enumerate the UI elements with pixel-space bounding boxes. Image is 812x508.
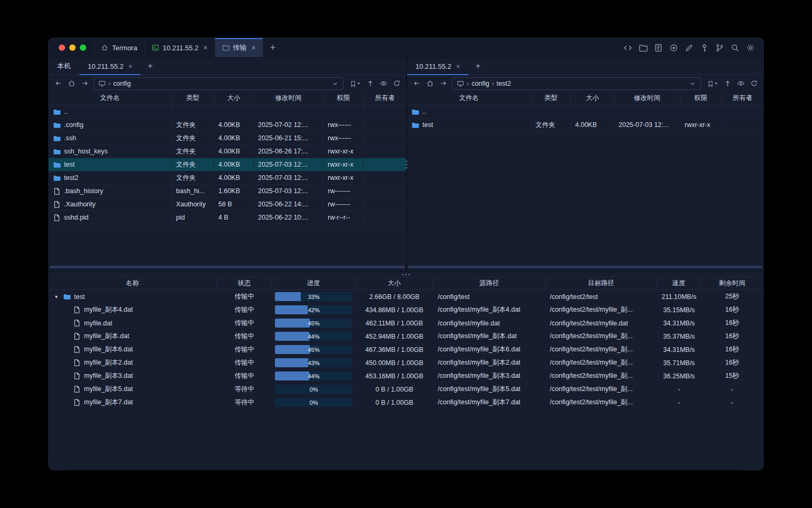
zoom-window-button[interactable] xyxy=(80,44,86,51)
right-breadcrumb[interactable]: › config › test2 xyxy=(452,77,701,90)
tab-remote-host[interactable]: 10.211.55.2 × xyxy=(407,58,468,75)
minimize-window-button[interactable] xyxy=(69,44,76,51)
left-table-header: 文件名 类型 大小 修改时间 权限 所有者 xyxy=(49,92,406,105)
transfer-progress-cell: 0% xyxy=(272,396,355,409)
breadcrumb-segment-test2[interactable]: test2 xyxy=(496,80,511,87)
code-snippets-icon[interactable] xyxy=(623,43,632,52)
show-hidden-files-button[interactable] xyxy=(734,77,747,90)
back-button[interactable] xyxy=(52,77,64,90)
parent-directory-button[interactable] xyxy=(364,77,376,90)
column-header-mtime[interactable]: 修改时间 xyxy=(614,92,680,105)
column-header-filename[interactable]: 文件名 xyxy=(49,92,172,105)
column-header-owner[interactable]: 所有者 xyxy=(722,92,763,105)
vertical-splitter[interactable] xyxy=(406,58,407,271)
tab-local-machine[interactable]: 本机 xyxy=(49,58,79,75)
file-row[interactable]: .config文件夹4.00KB2025-07-02 12:...rwx----… xyxy=(49,119,406,132)
left-breadcrumb[interactable]: › config xyxy=(94,77,344,90)
horizontal-splitter[interactable] xyxy=(49,271,763,277)
column-header-eta[interactable]: 剩余时间 xyxy=(701,277,763,289)
bookmark-button[interactable]: ▾ xyxy=(704,77,721,90)
show-hidden-files-button[interactable] xyxy=(377,77,390,90)
column-header-speed[interactable]: 速度 xyxy=(657,277,701,289)
column-header-status[interactable]: 状态 xyxy=(217,277,272,289)
home-button[interactable] xyxy=(65,77,78,90)
column-header-type[interactable]: 类型 xyxy=(172,92,214,105)
branch-icon[interactable] xyxy=(715,43,724,52)
close-tab-icon[interactable]: × xyxy=(203,44,207,51)
column-header-name[interactable]: 名称 xyxy=(49,277,217,289)
new-panel-tab-button[interactable]: + xyxy=(468,58,487,75)
macro-record-icon[interactable] xyxy=(669,43,678,52)
file-row[interactable]: .XauthorityXauthority58 B2025-06-22 14:.… xyxy=(49,198,406,211)
computer-icon xyxy=(98,80,106,87)
transfer-size-cell: 450.00MB / 1.00GB xyxy=(355,356,433,369)
key-manager-icon[interactable] xyxy=(700,43,709,52)
search-icon[interactable] xyxy=(731,43,740,52)
transfer-row[interactable]: myfile_副本.dat传输中44%452.94MB / 1.00GB/con… xyxy=(49,330,763,343)
file-row[interactable]: .ssh文件夹4.00KB2025-06-21 15:...rwx------ xyxy=(49,132,406,145)
tab-ssh-session[interactable]: 10.211.55.2 × xyxy=(145,38,215,57)
transfer-row[interactable]: myfile_副本5.dat等待中0%0 B / 1.00GB/config/t… xyxy=(49,383,763,396)
close-tab-icon[interactable]: × xyxy=(128,63,133,70)
file-row[interactable]: .. xyxy=(407,105,763,119)
tab-transfer[interactable]: 传输 × xyxy=(215,38,263,57)
transfer-row[interactable]: myfile_副本3.dat传输中44%453.16MB / 1.00GB/co… xyxy=(49,369,763,383)
parent-directory-button[interactable] xyxy=(721,77,734,90)
transfer-row[interactable]: ▾test传输中33%2.66GB / 8.00GB/config/test/c… xyxy=(49,290,763,303)
column-header-source-path[interactable]: 源路径 xyxy=(433,277,546,289)
column-header-size[interactable]: 大小 xyxy=(355,277,433,289)
column-header-owner[interactable]: 所有者 xyxy=(364,92,406,105)
column-header-progress[interactable]: 进度 xyxy=(272,277,355,289)
horizontal-scrollbar[interactable] xyxy=(50,266,405,268)
transfer-row[interactable]: myfile_副本7.dat等待中0%0 B / 1.00GB/config/t… xyxy=(49,396,763,409)
log-icon[interactable] xyxy=(654,43,663,52)
close-window-button[interactable] xyxy=(59,44,65,51)
column-header-perm[interactable]: 权限 xyxy=(680,92,722,105)
file-row[interactable]: sshd.pidpid4 B2025-06-22 10:...rw-r--r-- xyxy=(49,211,406,224)
transfer-row[interactable]: myfile_副本4.dat传输中42%434.86MB / 1.00GB/co… xyxy=(49,303,763,316)
file-row[interactable]: test2文件夹4.00KB2025-07-03 12:...rwxr-xr-x xyxy=(49,171,406,185)
transfer-row[interactable]: myfile.dat传输中45%462.11MB / 1.00GB/config… xyxy=(49,316,763,330)
file-name-cell: .config xyxy=(49,119,172,131)
breadcrumb-segment-config[interactable]: config xyxy=(113,80,131,87)
column-header-target-path[interactable]: 目标路径 xyxy=(546,277,657,289)
transfer-row[interactable]: myfile_副本6.dat传输中45%467.36MB / 1.00GB/co… xyxy=(49,343,763,356)
close-tab-icon[interactable]: × xyxy=(456,63,460,70)
horizontal-scrollbar[interactable] xyxy=(408,266,762,268)
chevron-down-icon[interactable] xyxy=(689,80,696,87)
chevron-down-icon[interactable] xyxy=(331,80,339,87)
transfer-speed-cell: - xyxy=(657,383,701,396)
forward-button[interactable] xyxy=(78,77,91,90)
tab-termora-home[interactable]: Termora xyxy=(94,38,145,57)
breadcrumb-segment-config[interactable]: config xyxy=(472,80,489,87)
edit-icon[interactable] xyxy=(685,43,694,52)
column-header-filename[interactable]: 文件名 xyxy=(407,92,531,105)
file-row[interactable]: .. xyxy=(49,105,406,119)
settings-icon[interactable] xyxy=(746,43,755,52)
home-button[interactable] xyxy=(423,77,436,90)
collapse-chevron-icon[interactable]: ▾ xyxy=(53,294,60,300)
left-file-list: ...config文件夹4.00KB2025-07-02 12:...rwx--… xyxy=(49,105,406,271)
column-header-size[interactable]: 大小 xyxy=(214,92,254,105)
refresh-button[interactable] xyxy=(390,77,403,90)
file-row[interactable]: test文件夹4.00KB2025-07-03 12:...rwxr-xr-x xyxy=(407,119,763,132)
column-header-mtime[interactable]: 修改时间 xyxy=(254,92,324,105)
close-tab-icon[interactable]: × xyxy=(252,44,256,51)
file-row[interactable]: ssh_host_keys文件夹4.00KB2025-06-26 17:...r… xyxy=(49,145,406,158)
sftp-folder-icon[interactable] xyxy=(639,43,648,52)
column-header-perm[interactable]: 权限 xyxy=(324,92,364,105)
new-panel-tab-button[interactable]: + xyxy=(141,58,160,75)
column-header-size[interactable]: 大小 xyxy=(571,92,614,105)
file-name-cell: sshd.pid xyxy=(49,211,172,224)
forward-button[interactable] xyxy=(437,77,449,90)
new-tab-button[interactable]: + xyxy=(263,38,283,57)
file-row[interactable]: .bash_historybash_hi...1.60KB2025-07-03 … xyxy=(49,185,406,198)
transfer-row[interactable]: myfile_副本2.dat传输中43%450.00MB / 1.00GB/co… xyxy=(49,356,763,369)
bookmark-button[interactable]: ▾ xyxy=(346,77,363,90)
file-row[interactable]: test文件夹4.00KB2025-07-03 12:...rwxr-xr-x xyxy=(49,158,406,171)
column-header-type[interactable]: 类型 xyxy=(531,92,571,105)
file-name-label: test2 xyxy=(64,174,78,182)
refresh-button[interactable] xyxy=(748,77,760,90)
back-button[interactable] xyxy=(410,77,423,90)
tab-remote-host[interactable]: 10.211.55.2 × xyxy=(79,58,141,75)
